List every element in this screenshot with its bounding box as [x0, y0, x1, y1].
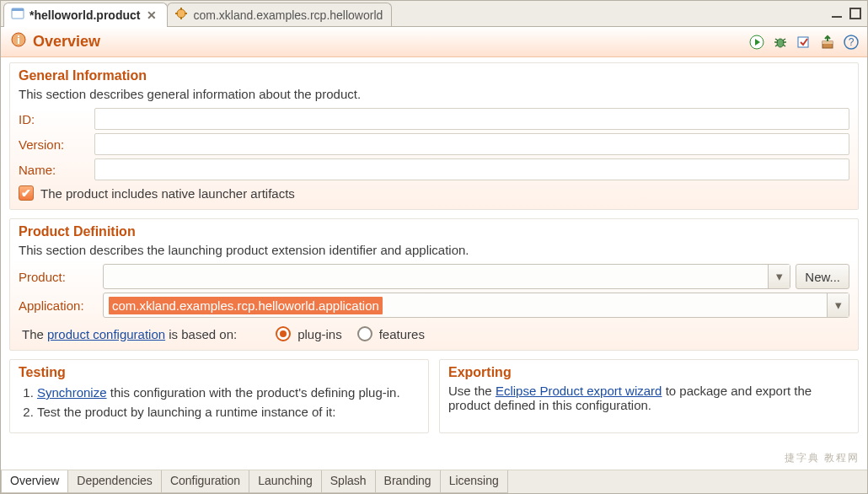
svg-line-19: [775, 45, 778, 46]
new-product-label: New...: [805, 270, 840, 284]
form-toolbar: ?: [749, 35, 859, 50]
svg-point-2: [177, 9, 185, 18]
svg-rect-7: [832, 16, 842, 18]
svg-rect-8: [850, 8, 860, 19]
export-icon[interactable]: [820, 35, 835, 50]
svg-rect-10: [18, 35, 19, 37]
btab-branding[interactable]: Branding: [375, 470, 441, 493]
radio-features-label: features: [379, 327, 425, 341]
tab-label: *helloworld.product: [29, 8, 140, 22]
plugin-icon: [174, 7, 188, 23]
application-label: Application:: [19, 298, 103, 313]
application-combo[interactable]: com.xkland.examples.rcp.helloworld.appli…: [103, 293, 849, 318]
testing-step-2: Test the product by launching a runtime …: [37, 405, 420, 419]
form-header: Overview ?: [1, 27, 867, 57]
based-on-pre: The: [22, 327, 47, 341]
svg-rect-3: [180, 8, 182, 10]
version-label: Version:: [19, 137, 94, 152]
maximize-icon[interactable]: [849, 7, 862, 20]
section-general-information: General Information This section describ…: [9, 62, 859, 210]
native-launcher-checkbox[interactable]: ✔: [19, 185, 34, 201]
svg-line-18: [783, 39, 785, 40]
section-exporting: Exporting Use the Eclipse Product export…: [439, 359, 859, 433]
editor-page-tabs: Overview Dependencies Configuration Laun…: [1, 470, 867, 493]
tab-helloworld-product[interactable]: *helloworld.product ✕: [3, 3, 168, 26]
product-editor: *helloworld.product ✕ com.xkland.example…: [0, 0, 868, 494]
editor-content: Overview ? General Information This sect…: [1, 26, 867, 493]
application-combo-value: com.xkland.examples.rcp.helloworld.appli…: [109, 297, 383, 314]
tab-label: com.xkland.examples.rcp.helloworld: [193, 8, 383, 22]
name-field[interactable]: [94, 158, 849, 180]
synchronize-link[interactable]: Synchronize: [37, 385, 107, 400]
section-description: This section describes the launching pro…: [19, 243, 849, 257]
section-heading: General Information: [19, 68, 849, 83]
svg-rect-1: [12, 8, 24, 11]
native-launcher-label: The product includes native launcher art…: [40, 186, 295, 201]
section-testing: Testing Synchronize this configuration w…: [9, 359, 429, 433]
minimize-icon[interactable]: [830, 7, 844, 20]
radio-plugins[interactable]: plug-ins: [276, 326, 342, 341]
radio-icon: [276, 326, 291, 341]
section-product-definition: Product Definition This section describe…: [9, 218, 859, 351]
name-label: Name:: [19, 163, 94, 177]
svg-text:?: ?: [849, 36, 855, 48]
btab-splash[interactable]: Splash: [321, 470, 376, 493]
btab-licensing[interactable]: Licensing: [440, 470, 508, 493]
run-icon[interactable]: [749, 35, 764, 50]
new-product-button[interactable]: New...: [796, 264, 849, 289]
section-heading: Product Definition: [19, 224, 849, 239]
chevron-down-icon[interactable]: ▾: [827, 293, 849, 317]
testing-step-1-text: this configuration with the product's de…: [107, 385, 400, 400]
svg-line-20: [783, 45, 785, 46]
btab-dependencies[interactable]: Dependencies: [67, 470, 162, 493]
radio-plugins-label: plug-ins: [297, 327, 342, 341]
svg-line-17: [775, 39, 778, 40]
product-label: Product:: [19, 270, 103, 284]
radio-icon: [357, 326, 372, 341]
section-description: This section describes general informati…: [19, 87, 849, 101]
testing-step-1: Synchronize this configuration with the …: [37, 385, 420, 400]
help-icon[interactable]: ?: [844, 35, 859, 50]
based-on-post: is based on:: [165, 327, 237, 341]
editor-tabstrip: *helloworld.product ✕ com.xkland.example…: [1, 1, 867, 26]
overview-icon: [11, 32, 26, 51]
tab-plugin-xml[interactable]: com.xkland.examples.rcp.helloworld: [167, 3, 392, 26]
section-heading: Exporting: [448, 365, 849, 380]
window-controls: [830, 1, 867, 26]
btab-configuration[interactable]: Configuration: [161, 470, 249, 493]
id-label: ID:: [19, 112, 94, 126]
chevron-down-icon[interactable]: ▾: [768, 265, 790, 288]
validate-icon[interactable]: [796, 35, 812, 50]
product-file-icon: [11, 7, 24, 23]
svg-rect-11: [18, 38, 19, 44]
based-on-text: The product configuration is based on:: [22, 327, 237, 341]
section-heading: Testing: [19, 365, 420, 380]
exporting-text: Use the Eclipse Product export wizard to…: [448, 384, 849, 412]
svg-rect-23: [822, 41, 833, 44]
exporting-pre: Use the: [448, 384, 496, 398]
radio-features[interactable]: features: [357, 326, 425, 341]
svg-rect-6: [185, 13, 187, 14]
debug-icon[interactable]: [773, 35, 788, 50]
version-field[interactable]: [94, 133, 849, 155]
btab-launching[interactable]: Launching: [249, 470, 322, 493]
btab-overview[interactable]: Overview: [1, 470, 68, 493]
close-icon[interactable]: ✕: [145, 8, 158, 22]
svg-rect-5: [175, 13, 178, 14]
product-combo[interactable]: ▾: [103, 264, 790, 289]
form-body: General Information This section describ…: [1, 57, 867, 470]
export-wizard-link[interactable]: Eclipse Product export wizard: [496, 384, 662, 398]
page-title: Overview: [33, 33, 100, 51]
svg-rect-4: [180, 17, 182, 19]
product-configuration-link[interactable]: product configuration: [47, 327, 165, 341]
id-field[interactable]: [94, 108, 849, 130]
